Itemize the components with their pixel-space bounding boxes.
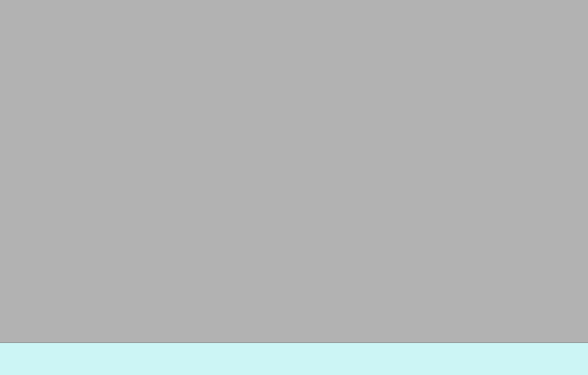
statistics-table [0,342,588,375]
weather-chart-plot [0,0,588,342]
